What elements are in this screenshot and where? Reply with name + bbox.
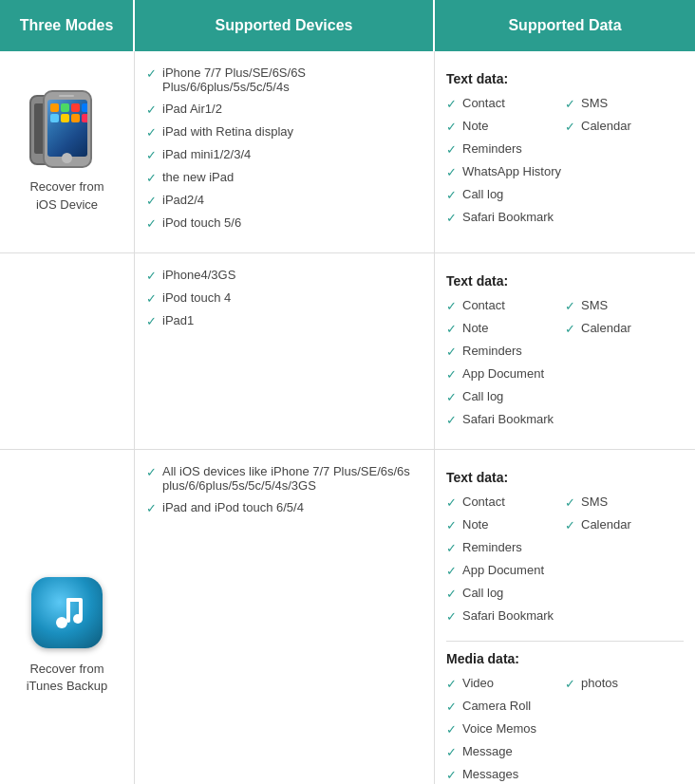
list-item: ✓Calendar: [565, 119, 684, 134]
mode-cell-older: [0, 253, 135, 449]
list-item: ✓ the new iPad: [146, 170, 423, 185]
check-icon: ✓: [565, 495, 575, 510]
mode-label-itunes: Recover fromiTunes Backup: [27, 661, 108, 695]
header-devices: Supported Devices: [135, 0, 435, 51]
list-item: ✓Note: [446, 321, 565, 336]
devices-cell-older: ✓ iPhone4/3GS ✓ iPod touch 4 ✓ iPad1: [135, 253, 435, 449]
mode-label-ios: Recover fromiOS Device: [29, 178, 103, 213]
list-item: ✓Safari Bookmark: [446, 608, 565, 624]
list-item: ✓ iPad Air1/2: [146, 102, 423, 117]
ios-device-icon: [27, 90, 107, 171]
check-icon: ✓: [446, 745, 457, 759]
table-row: Recover fromiTunes Backup ✓ All iOS devi…: [0, 450, 695, 784]
check-icon: ✓: [446, 188, 457, 202]
list-item: ✓Call log: [446, 389, 565, 404]
list-item: ✓App Document: [446, 366, 565, 382]
list-item: ✓Contact: [446, 495, 565, 510]
list-item: ✓ iPad with Retina display: [146, 124, 423, 140]
section-title-media: Media data:: [446, 651, 684, 666]
section-title-text: Text data:: [446, 71, 684, 86]
check-icon: ✓: [446, 142, 457, 157]
list-item: ✓SMS: [565, 96, 684, 111]
check-icon: ✓: [446, 299, 457, 313]
check-icon: ✓: [446, 120, 457, 134]
data-cell-ios: Text data: ✓Contact ✓Note ✓Reminders ✓Wh…: [435, 51, 695, 252]
data-cell-older: Text data: ✓Contact ✓Note ✓Reminders ✓Ap…: [435, 253, 695, 449]
check-icon: ✓: [565, 518, 575, 532]
svg-rect-4: [79, 598, 83, 619]
svg-point-0: [56, 617, 67, 628]
table-row: Recover fromiOS Device ✓ iPhone 7/7 Plus…: [0, 51, 695, 253]
check-icon: ✓: [446, 722, 457, 737]
check-icon: ✓: [146, 314, 157, 328]
check-icon: ✓: [146, 269, 157, 283]
check-icon: ✓: [446, 518, 457, 532]
check-icon: ✓: [146, 66, 157, 81]
check-icon: ✓: [146, 194, 157, 208]
check-icon: ✓: [146, 501, 157, 515]
check-icon: ✓: [446, 367, 457, 382]
list-item: ✓SMS: [565, 298, 684, 313]
list-item: ✓WhatsApp History: [446, 164, 565, 179]
list-item: ✓ iPhone 7/7 Plus/SE/6S/6S Plus/6/6plus/…: [146, 65, 423, 94]
list-item: ✓ iPhone4/3GS: [146, 268, 423, 283]
list-item: ✓ iPod touch 4: [146, 290, 423, 306]
check-icon: ✓: [565, 299, 575, 313]
list-item: ✓ All iOS devices like iPhone 7/7 Plus/S…: [146, 464, 423, 493]
music-note-svg: [49, 594, 85, 630]
check-icon: ✓: [446, 677, 457, 691]
check-icon: ✓: [446, 165, 457, 179]
check-icon: ✓: [565, 677, 575, 691]
check-icon: ✓: [446, 345, 457, 359]
mode-cell-itunes: Recover fromiTunes Backup: [0, 450, 135, 784]
check-icon: ✓: [446, 541, 457, 555]
list-item: ✓Reminders: [446, 344, 565, 359]
table-header: Three Modes Supported Devices Supported …: [0, 0, 695, 51]
data-cell-itunes: Text data: ✓Contact ✓Note ✓Reminders ✓Ap…: [435, 450, 695, 784]
list-item: ✓Reminders: [446, 141, 565, 157]
section-title-text3: Text data:: [446, 470, 684, 485]
check-icon: ✓: [446, 587, 457, 601]
devices-cell-ios: ✓ iPhone 7/7 Plus/SE/6S/6S Plus/6/6plus/…: [135, 51, 435, 252]
header-data: Supported Data: [435, 0, 695, 51]
check-icon: ✓: [146, 103, 157, 117]
list-item: ✓ iPad2/4: [146, 193, 423, 208]
section-divider: [446, 641, 684, 642]
list-item: ✓Voice Memos: [446, 721, 565, 737]
list-item: ✓Camera Roll: [446, 699, 565, 714]
list-item: ✓Message: [446, 744, 565, 759]
section-title-text2: Text data:: [446, 273, 684, 289]
list-item: ✓App Document: [446, 563, 565, 578]
list-item: ✓photos: [565, 676, 684, 691]
list-item: ✓ iPad mini1/2/3/4: [146, 147, 423, 162]
itunes-icon: [27, 572, 107, 653]
list-item: ✓Safari Bookmark: [446, 412, 565, 427]
list-item: ✓Calendar: [565, 321, 684, 336]
check-icon: ✓: [446, 97, 457, 111]
check-icon: ✓: [146, 216, 157, 231]
check-icon: ✓: [446, 700, 457, 714]
check-icon: ✓: [446, 390, 457, 404]
list-item: ✓Reminders: [446, 540, 565, 555]
check-icon: ✓: [146, 291, 157, 306]
list-item: ✓ iPad and iPod touch 6/5/4: [146, 500, 423, 515]
list-item: ✓ iPad1: [146, 313, 423, 328]
check-icon: ✓: [146, 171, 157, 185]
check-icon: ✓: [446, 413, 457, 427]
check-icon: ✓: [446, 322, 457, 336]
mode-cell-ios: Recover fromiOS Device: [0, 51, 135, 252]
check-icon: ✓: [146, 125, 157, 140]
check-icon: ✓: [446, 609, 457, 624]
check-icon: ✓: [146, 148, 157, 162]
check-icon: ✓: [565, 322, 575, 336]
check-icon: ✓: [446, 564, 457, 578]
list-item: ✓Video: [446, 676, 565, 691]
list-item: ✓SMS: [565, 495, 684, 510]
check-icon: ✓: [446, 768, 457, 782]
check-icon: ✓: [565, 97, 575, 111]
list-item: ✓ iPod touch 5/6: [146, 215, 423, 231]
list-item: ✓Call log: [446, 187, 565, 202]
header-modes: Three Modes: [0, 0, 135, 51]
list-item: ✓Call log: [446, 586, 565, 601]
list-item: ✓Calendar: [565, 517, 684, 532]
